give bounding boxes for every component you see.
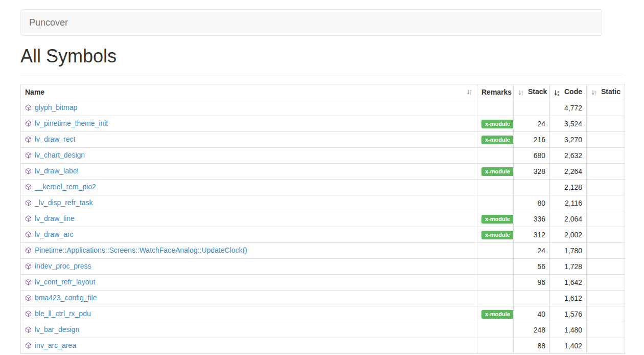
cube-icon <box>25 152 32 160</box>
table-row: glyph_bitmap 4,772 <box>21 100 625 116</box>
code-value: 1,480 <box>550 322 587 338</box>
page-title: All Symbols <box>20 46 625 66</box>
stack-value: 96 <box>514 274 550 290</box>
column-label-static: Static <box>601 87 620 96</box>
code-value: 3,270 <box>550 131 587 147</box>
symbol-link[interactable]: _lv_disp_refr_task <box>35 198 93 207</box>
symbol-link[interactable]: indev_proc_press <box>35 262 91 270</box>
table-header-row: Name Remarks <box>21 84 625 100</box>
static-value <box>587 116 625 131</box>
code-value: 1,402 <box>550 338 587 353</box>
symbol-link[interactable]: lv_pinetime_theme_init <box>35 119 108 127</box>
cube-icon <box>25 342 32 350</box>
symbol-link[interactable]: lv_draw_label <box>35 167 79 175</box>
symbol-name-cell: bma423_config_file <box>21 290 477 306</box>
remarks-cell: x-module <box>477 227 514 242</box>
symbol-link[interactable]: lv_bar_design <box>35 325 79 334</box>
remarks-cell <box>477 290 514 306</box>
static-value <box>587 242 625 258</box>
page-header: All Symbols <box>20 46 625 74</box>
sort-updown-icon <box>591 88 600 97</box>
navbar-brand[interactable]: Puncover <box>21 17 68 28</box>
symbol-name-cell: lv_bar_design <box>21 322 477 338</box>
static-value <box>587 290 625 306</box>
symbol-name-cell: lv_pinetime_theme_init <box>21 116 477 131</box>
cube-icon <box>25 263 32 271</box>
svg-text:z: z <box>558 90 559 93</box>
symbol-name-cell: lv_chart_design <box>21 147 477 163</box>
stack-value: 312 <box>514 227 550 242</box>
symbol-link[interactable]: ble_ll_ctrl_rx_pdu <box>35 309 91 318</box>
code-value: 2,116 <box>550 195 587 211</box>
x-module-badge: x-module <box>481 167 514 176</box>
symbol-link[interactable]: inv_arc_area <box>35 341 76 349</box>
table-row: lv_pinetime_theme_init x-module 24 3,524 <box>21 116 625 131</box>
symbol-link[interactable]: lv_draw_arc <box>35 230 73 238</box>
static-value <box>587 195 625 211</box>
symbol-link[interactable]: lv_draw_rect <box>35 135 75 143</box>
column-header-name[interactable]: Name <box>21 84 477 100</box>
column-label-remarks: Remarks <box>481 88 512 96</box>
column-header-stack[interactable]: Stack <box>514 84 550 100</box>
navbar: Puncover <box>20 9 602 36</box>
symbol-link[interactable]: __kernel_rem_pio2 <box>35 183 96 191</box>
remarks-cell: x-module <box>477 163 514 179</box>
table-row: bma423_config_file 1,612 <box>21 290 625 306</box>
static-value <box>587 131 625 147</box>
symbol-link[interactable]: lv_chart_design <box>35 151 85 159</box>
symbol-link[interactable]: bma423_config_file <box>35 294 97 302</box>
remarks-cell <box>477 242 514 258</box>
code-value: 2,002 <box>550 227 587 242</box>
table-row: ble_ll_ctrl_rx_pdu x-module 40 1,576 <box>21 306 625 322</box>
stack-value <box>514 290 550 306</box>
static-value <box>587 211 625 227</box>
sort-updown-icon <box>466 88 473 96</box>
x-module-badge: x-module <box>481 310 514 319</box>
stack-value: 336 <box>514 211 550 227</box>
cube-icon <box>25 295 32 303</box>
column-label-code: Code <box>564 87 582 96</box>
symbols-table: Name Remarks <box>20 84 625 354</box>
remarks-cell <box>477 147 514 163</box>
stack-value <box>514 179 550 195</box>
code-value: 1,576 <box>550 306 587 322</box>
symbol-link[interactable]: lv_draw_line <box>35 214 75 223</box>
cube-icon <box>25 104 32 113</box>
static-value <box>587 258 625 274</box>
remarks-cell: x-module <box>477 116 514 131</box>
sort-updown-icon <box>518 88 526 97</box>
stack-value: 56 <box>514 258 550 274</box>
stack-value: 40 <box>514 306 550 322</box>
static-value <box>587 306 625 322</box>
symbol-link[interactable]: glyph_bitmap <box>35 103 77 112</box>
x-module-badge: x-module <box>481 120 514 128</box>
column-label-stack: Stack <box>528 87 547 96</box>
symbol-name-cell: _lv_disp_refr_task <box>21 195 477 211</box>
svg-text:a: a <box>558 93 560 96</box>
table-row: indev_proc_press 56 1,728 <box>21 258 625 274</box>
column-header-static[interactable]: Static <box>587 84 625 100</box>
remarks-cell <box>477 179 514 195</box>
remarks-cell <box>477 274 514 290</box>
remarks-cell <box>477 258 514 274</box>
stack-value: 80 <box>514 195 550 211</box>
stack-value: 328 <box>514 163 550 179</box>
table-row: _lv_disp_refr_task 80 2,116 <box>21 195 625 211</box>
symbol-name-cell: lv_draw_label <box>21 163 477 179</box>
code-value: 2,128 <box>550 179 587 195</box>
static-value <box>587 179 625 195</box>
cube-icon <box>25 168 32 176</box>
x-module-badge: x-module <box>481 215 514 224</box>
symbol-link[interactable]: lv_cont_refr_layout <box>35 278 95 286</box>
symbol-link[interactable]: Pinetime::Applications::Screens::WatchFa… <box>35 246 247 254</box>
remarks-cell: x-module <box>477 306 514 322</box>
static-value <box>587 100 625 116</box>
column-header-code[interactable]: z a Code <box>550 84 587 100</box>
code-value: 1,612 <box>550 290 587 306</box>
symbol-name-cell: indev_proc_press <box>21 258 477 274</box>
code-value: 2,632 <box>550 147 587 163</box>
static-value <box>587 147 625 163</box>
stack-value: 24 <box>514 242 550 258</box>
static-value <box>587 163 625 179</box>
table-row: lv_cont_refr_layout 96 1,642 <box>21 274 625 290</box>
